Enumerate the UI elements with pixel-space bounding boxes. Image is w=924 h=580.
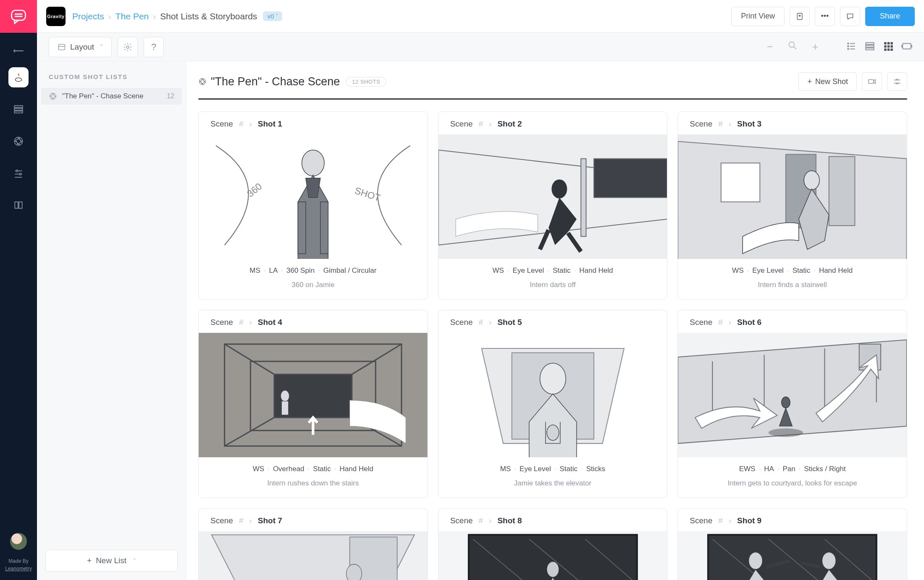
chevron-right-icon: ›	[489, 119, 491, 129]
help-button[interactable]: ?	[144, 37, 164, 57]
main-content: "The Pen" - Chase Scene 12 SHOTS + New S…	[186, 61, 924, 580]
svg-rect-50	[320, 202, 328, 253]
rail-item-camera[interactable]	[8, 131, 29, 151]
chevron-right-icon: ›	[249, 516, 252, 525]
shot-card[interactable]: Scene#›Shot 9	[677, 508, 907, 580]
toggle-info-button[interactable]	[887, 72, 907, 91]
view-mode-toggle	[846, 41, 912, 53]
speech-bubble-icon	[846, 12, 854, 21]
svg-rect-92	[708, 535, 877, 580]
crumb-current: Shot Lists & Storyboards	[160, 11, 257, 21]
layout-dropdown[interactable]: Layout	[49, 37, 112, 57]
aperture-icon	[49, 92, 57, 100]
shot-card[interactable]: Scene#›Shot 8	[438, 508, 668, 580]
svg-point-3	[15, 78, 21, 82]
chevron-right-icon: ›	[729, 318, 731, 327]
shot-specs: WS·Overhead·Static·Hand Held	[199, 457, 428, 475]
layout-label: Layout	[70, 42, 94, 52]
comments-button[interactable]	[840, 7, 860, 26]
svg-rect-36	[890, 48, 892, 50]
storyboard-frame[interactable]	[678, 333, 907, 457]
storyboard-frame[interactable]	[438, 531, 667, 580]
new-shot-label: New Shot	[815, 77, 848, 86]
more-button[interactable]: •••	[815, 7, 835, 26]
export-button[interactable]	[790, 7, 810, 26]
svg-point-17	[789, 42, 795, 47]
shot-card[interactable]: Scene#›Shot 5MS·Eye Level·Static·SticksJ…	[438, 310, 668, 498]
view-grid-button[interactable]	[883, 41, 894, 53]
storyboard-frame[interactable]	[678, 134, 907, 259]
chevron-right-icon: ›	[729, 119, 731, 129]
chevron-right-icon: ›	[489, 516, 491, 525]
rail-item-lists[interactable]	[8, 99, 29, 119]
shot-label: Shot 3	[737, 119, 761, 129]
shot-card-header: Scene#›Shot 1	[199, 112, 428, 134]
rail-item-docs[interactable]	[8, 195, 29, 215]
made-by-name[interactable]: Leanometry	[5, 565, 32, 572]
app-logo[interactable]	[0, 0, 37, 33]
shot-card[interactable]: Scene#›Shot 1360SHOTMS·LA·360 Spin·Gimba…	[198, 111, 428, 300]
svg-point-96	[749, 552, 763, 569]
svg-point-80	[782, 397, 790, 408]
version-badge[interactable]: v0	[263, 11, 282, 21]
camera-mode-button[interactable]	[862, 72, 882, 91]
shot-card[interactable]: Scene#›Shot 7	[198, 508, 428, 580]
toolbar: Layout ? − +	[37, 33, 924, 61]
view-slideshow-button[interactable]	[901, 41, 912, 53]
shot-label: Shot 4	[258, 318, 282, 327]
storyboard-frame[interactable]	[438, 134, 667, 259]
shot-card-header: Scene#›Shot 7	[199, 509, 428, 531]
svg-point-19	[848, 43, 849, 44]
print-view-button[interactable]: Print View	[731, 7, 785, 26]
shot-card[interactable]: Scene#›Shot 3WS·Eye Level·Static·Hand He…	[677, 111, 907, 300]
crumb-projects[interactable]: Projects	[72, 11, 104, 21]
shot-specs: WS·Eye Level·Static·Hand Held	[438, 259, 667, 277]
storyboard-frame[interactable]: 360SHOT	[199, 134, 428, 259]
page-arrow-icon	[795, 12, 804, 21]
chevron-right-icon: ›	[489, 318, 491, 327]
sidebar-heading: CUSTOM SHOT LISTS	[37, 61, 186, 88]
back-arrow[interactable]: ⟵	[13, 46, 24, 55]
plus-icon: +	[807, 77, 812, 86]
svg-rect-35	[887, 48, 890, 50]
chevron-down-icon: ˅	[133, 558, 136, 564]
zoom-in-button[interactable]: +	[810, 40, 821, 53]
rail-item-storyboard[interactable]	[8, 67, 29, 87]
plus-icon: +	[87, 556, 92, 565]
new-list-button[interactable]: + New List ˅	[45, 550, 178, 572]
view-rows-button[interactable]	[864, 41, 875, 53]
storyboard-frame[interactable]	[199, 333, 428, 457]
scene-label: Scene	[690, 119, 712, 129]
svg-rect-42	[869, 79, 874, 83]
shotlist-item[interactable]: "The Pen" - Chase Scene 12	[41, 88, 182, 105]
magnifier-icon[interactable]	[787, 40, 798, 53]
shot-label: Shot 8	[497, 516, 522, 525]
user-avatar[interactable]	[10, 533, 27, 550]
shot-card-header: Scene#›Shot 4	[199, 310, 428, 333]
shot-card[interactable]: Scene#›Shot 6EWS·HA·Pan·Sticks / RightIn…	[677, 310, 907, 498]
storyboard-frame[interactable]	[678, 531, 907, 580]
shot-label: Shot 6	[737, 318, 761, 327]
new-shot-button[interactable]: + New Shot	[798, 72, 857, 91]
title-row: "The Pen" - Chase Scene 12 SHOTS + New S…	[186, 61, 924, 91]
rail-item-sliders[interactable]	[8, 163, 29, 183]
made-by-label: Made By	[5, 557, 32, 565]
crumb-project[interactable]: The Pen	[116, 11, 149, 21]
aperture-icon	[198, 77, 207, 86]
shot-card-header: Scene#›Shot 6	[678, 310, 907, 333]
shot-card[interactable]: Scene#›Shot 2WS·Eye Level·Static·Hand He…	[438, 111, 668, 300]
svg-rect-49	[298, 202, 305, 253]
zoom-out-button[interactable]: −	[764, 40, 775, 53]
svg-rect-34	[884, 48, 886, 50]
shot-card[interactable]: Scene#›Shot 4WS·Overhead·Static·Hand Hel…	[198, 310, 428, 498]
svg-rect-69	[281, 401, 288, 415]
project-tile[interactable]: Gravity	[46, 7, 66, 26]
page-title: "The Pen" - Chase Scene	[211, 75, 340, 88]
storyboard-frame[interactable]	[438, 333, 667, 457]
svg-rect-32	[887, 45, 890, 47]
view-list-button[interactable]	[846, 41, 857, 53]
storyboard-frame[interactable]	[199, 531, 428, 580]
share-button[interactable]: Share	[865, 7, 915, 26]
settings-button[interactable]	[118, 37, 138, 57]
scene-number-placeholder: #	[479, 318, 483, 327]
